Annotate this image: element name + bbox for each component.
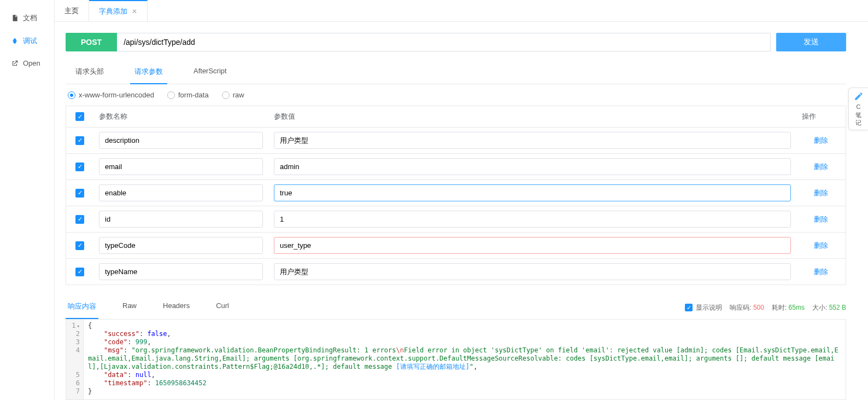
notes-icon — [854, 91, 864, 101]
req-tab-请求参数[interactable]: 请求参数 — [130, 61, 167, 84]
show-desc-label: 显示说明 — [696, 303, 722, 312]
resp-code-value: 500 — [753, 304, 764, 311]
sidebar-label: Open — [23, 59, 40, 67]
param-row: ✓删除 — [66, 154, 846, 180]
send-button[interactable]: 发送 — [776, 33, 846, 51]
delete-button[interactable]: 删除 — [814, 241, 828, 250]
param-name-input[interactable] — [99, 237, 263, 254]
resp-time-value: 65ms — [789, 304, 805, 311]
param-name-input[interactable] — [99, 211, 263, 228]
param-row: ✓删除 — [66, 206, 846, 233]
sidebar-label: 调试 — [23, 36, 37, 46]
tab-主页[interactable]: 主页 — [55, 0, 89, 21]
param-row: ✓删除 — [66, 127, 846, 154]
delete-button[interactable]: 删除 — [814, 136, 828, 144]
close-icon[interactable]: ✕ — [132, 8, 137, 15]
open-icon — [11, 60, 19, 67]
url-input[interactable] — [117, 33, 771, 51]
param-checkbox[interactable]: ✓ — [75, 189, 84, 198]
response-meta: ✓ 显示说明 响应码: 500 耗时: 65ms 大小: 552 B — [685, 303, 846, 312]
response-tabs: 响应内容RawHeadersCurl — [66, 296, 231, 319]
sidebar-item-文档[interactable]: 文档 — [0, 7, 54, 30]
req-tab-AfterScript[interactable]: AfterScript — [189, 61, 231, 84]
params-table: ✓ 参数名称 参数值 操作 ✓删除✓删除✓删除✓删除✓删除✓删除 — [66, 106, 846, 285]
col-value: 参数值 — [268, 106, 796, 127]
resp-time-label: 耗时: — [772, 304, 787, 311]
delete-button[interactable]: 删除 — [814, 268, 828, 276]
content: POST 发送 请求头部请求参数AfterScript x-www-form-u… — [55, 22, 868, 400]
body-type-row: x-www-form-urlencodedform-dataraw — [66, 84, 846, 106]
main: 主页字典添加✕ POST 发送 请求头部请求参数AfterScript x-ww… — [55, 0, 868, 400]
req-tab-请求头部[interactable]: 请求头部 — [71, 61, 108, 84]
resp-tab-响应内容[interactable]: 响应内容 — [66, 296, 98, 319]
sidebar-item-调试[interactable]: 调试 — [0, 30, 54, 53]
sidebar-label: 文档 — [23, 13, 37, 23]
request-tabs: 请求头部请求参数AfterScript — [66, 61, 846, 84]
request-bar: POST 发送 — [66, 33, 846, 51]
notes-widget[interactable]: C 笔 记 — [848, 88, 868, 130]
param-checkbox[interactable]: ✓ — [75, 268, 84, 276]
param-value-input[interactable] — [274, 132, 791, 149]
tab-字典添加[interactable]: 字典添加✕ — [89, 0, 148, 21]
param-row: ✓删除 — [66, 180, 846, 206]
param-value-input[interactable] — [274, 237, 791, 254]
resp-code-label: 响应码: — [730, 304, 751, 311]
params-header-row: ✓ 参数名称 参数值 操作 — [66, 106, 846, 127]
param-value-input[interactable] — [274, 263, 791, 280]
resp-tab-Curl[interactable]: Curl — [214, 296, 231, 319]
resp-tab-Headers[interactable]: Headers — [161, 296, 192, 319]
bug-icon — [11, 37, 19, 45]
body-type-raw[interactable]: raw — [222, 91, 244, 99]
param-checkbox[interactable]: ✓ — [75, 241, 84, 250]
tabs-bar: 主页字典添加✕ — [55, 0, 868, 22]
code-gutter: 1234567 — [66, 320, 84, 399]
param-value-input[interactable] — [274, 211, 791, 228]
param-value-input[interactable] — [274, 184, 791, 201]
check-all[interactable]: ✓ — [75, 112, 84, 121]
radio-dot — [68, 91, 75, 99]
param-checkbox[interactable]: ✓ — [75, 163, 84, 171]
col-op: 操作 — [796, 106, 846, 127]
delete-button[interactable]: 删除 — [814, 163, 828, 171]
param-checkbox[interactable]: ✓ — [75, 215, 84, 224]
sidebar-item-Open[interactable]: Open — [0, 53, 54, 74]
resp-tab-Raw[interactable]: Raw — [120, 296, 139, 319]
param-row: ✓删除 — [66, 259, 846, 285]
show-desc-checkbox[interactable]: ✓ — [685, 304, 693, 311]
body-type-x-www-form-urlencoded[interactable]: x-www-form-urlencoded — [68, 91, 154, 99]
doc-icon — [11, 14, 19, 22]
param-name-input[interactable] — [99, 132, 263, 149]
delete-button[interactable]: 删除 — [814, 189, 828, 197]
col-name: 参数名称 — [93, 106, 268, 127]
param-value-input[interactable] — [274, 158, 791, 175]
response-bar: 响应内容RawHeadersCurl ✓ 显示说明 响应码: 500 耗时: 6… — [66, 296, 846, 319]
http-method-badge[interactable]: POST — [66, 33, 117, 51]
radio-dot — [222, 91, 230, 99]
param-name-input[interactable] — [99, 184, 263, 201]
response-body: 1234567 { "success": false, "code": 999,… — [66, 319, 846, 400]
code-content[interactable]: { "success": false, "code": 999, "msg": … — [84, 320, 846, 399]
param-row: ✓删除 — [66, 233, 846, 259]
sidebar: 文档调试Open — [0, 0, 55, 400]
body-type-form-data[interactable]: form-data — [167, 91, 209, 99]
radio-dot — [167, 91, 175, 99]
resp-size-value: 552 B — [829, 304, 846, 311]
param-name-input[interactable] — [99, 263, 263, 280]
resp-size-label: 大小: — [812, 304, 827, 311]
delete-button[interactable]: 删除 — [814, 215, 828, 223]
param-name-input[interactable] — [99, 158, 263, 175]
param-checkbox[interactable]: ✓ — [75, 136, 84, 145]
